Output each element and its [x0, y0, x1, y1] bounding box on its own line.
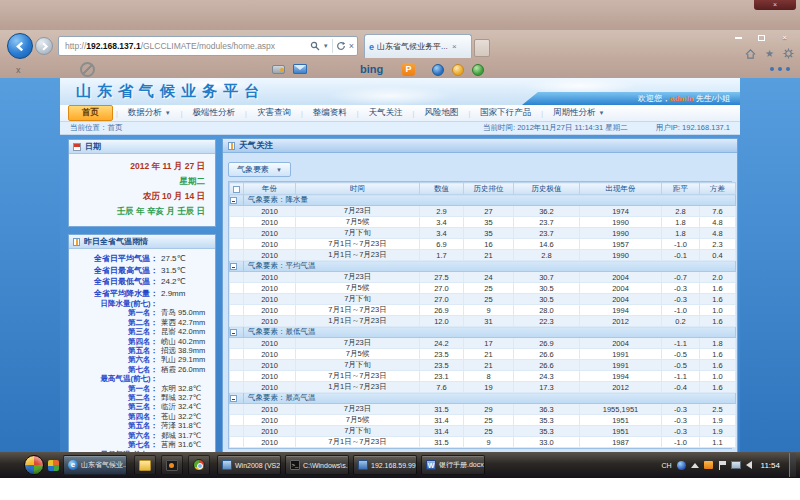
calendar-body: 2012 年 11 月 27 日 星期二 农历 10 月 14 日 壬辰 年 辛…: [69, 154, 215, 226]
favorites-star-icon[interactable]: ★: [765, 48, 774, 59]
mail-icon[interactable]: [293, 64, 307, 74]
table-row[interactable]: 20101月1日～7月23日1.7212.81990-0.10.4: [230, 250, 736, 261]
yesterday-panel: 昨日全省气温雨情 全省日平均气温：27.5℃全省日最高气温：31.5℃全省日最低…: [68, 234, 216, 452]
table-row[interactable]: 20101月1日～7月23日12.03122.320120.21.6: [230, 316, 736, 327]
table-row[interactable]: 20107月下旬31.42535.31951-0.31.9: [230, 426, 736, 437]
app-task-button[interactable]: [161, 455, 183, 475]
table-row[interactable]: 20101月1日～7月23日7.61917.32012-0.41.6: [230, 382, 736, 393]
tray-ball-icon[interactable]: [677, 461, 686, 470]
nav-item-1[interactable]: 数据分析▼: [119, 106, 180, 120]
tray-volume-icon[interactable]: [746, 461, 752, 469]
group-header-row[interactable]: 气象要素：降水量: [230, 195, 736, 206]
nav-item-0[interactable]: 首页: [68, 105, 113, 121]
collapse-icon[interactable]: [230, 395, 237, 402]
group-header-row[interactable]: 气象要素：最高气温: [230, 393, 736, 404]
community-icon[interactable]: [472, 64, 484, 76]
table-row[interactable]: 20107月5候31.42535.31951-0.31.9: [230, 415, 736, 426]
table-row[interactable]: 20107月23日24.21726.92004-1.11.8: [230, 338, 736, 349]
task-button-3[interactable]: W银行手册.docx ...: [421, 455, 485, 475]
search-icon[interactable]: [310, 41, 320, 51]
table-row[interactable]: 20107月1日～7月23日26.9928.01994-1.01.0: [230, 305, 736, 316]
ie-task-button[interactable]: e 山东省气候业...: [63, 455, 127, 475]
start-orb[interactable]: [24, 455, 44, 475]
forward-button[interactable]: [35, 37, 53, 55]
explorer-task-button[interactable]: [134, 455, 156, 475]
table-cell: 1.1: [700, 437, 736, 448]
table-cell: -0.3: [662, 426, 700, 437]
table-row[interactable]: 20107月下旬23.52126.61991-0.51.6: [230, 360, 736, 371]
group-header-row[interactable]: 气象要素：平均气温: [230, 261, 736, 272]
rank-row: 第六名：乳山 29.1mm: [72, 355, 212, 364]
rank-value: 栖霞 26.0mm: [161, 365, 205, 374]
nav-item-5[interactable]: 天气关注: [360, 106, 412, 120]
address-bar[interactable]: http://192.168.137.1/GLCCLIMATE/modules/…: [58, 36, 358, 56]
group-label-cell: 气象要素：最高气温: [244, 393, 736, 404]
select-all-box[interactable]: [233, 186, 240, 193]
browser-circle-icon: [193, 459, 205, 471]
new-tab-button[interactable]: [474, 39, 490, 57]
task-button-2[interactable]: 192.168.59.99...: [353, 455, 417, 475]
bing-badge-icon[interactable]: P: [402, 63, 415, 76]
breadcrumb[interactable]: 当前位置：首页: [70, 123, 123, 133]
minimize-button[interactable]: [731, 32, 746, 43]
nav-item-7[interactable]: 国家下行产品: [471, 106, 540, 120]
more-addons-dots[interactable]: [770, 67, 790, 71]
table-row[interactable]: 20107月5候23.52126.61991-0.51.6: [230, 349, 736, 360]
browser-task-button[interactable]: [188, 455, 210, 475]
collapse-icon[interactable]: [230, 197, 237, 204]
close-bar-icon[interactable]: x: [16, 65, 21, 75]
gadget-icon[interactable]: [48, 460, 59, 471]
taskbar-clock[interactable]: 11:54: [757, 461, 784, 470]
table-row[interactable]: 20107月1日～7月23日6.91614.61957-1.02.3: [230, 239, 736, 250]
table-row[interactable]: 20107月5候27.02530.52004-0.31.6: [230, 283, 736, 294]
table-cell: 2012: [580, 316, 662, 327]
host-close-button[interactable]: ×: [754, 0, 796, 10]
nav-item-3[interactable]: 灾害查询: [248, 106, 300, 120]
tray-network-icon[interactable]: [731, 461, 741, 469]
table-row[interactable]: 20107月1日～7月23日23.1824.31994-1.11.0: [230, 371, 736, 382]
home-icon[interactable]: [745, 49, 756, 59]
tab-close-icon[interactable]: ×: [452, 42, 457, 51]
nav-item-6[interactable]: 风险地图: [415, 106, 467, 120]
table-cell: 2.3: [700, 239, 736, 250]
group-header-row[interactable]: 气象要素：最低气温: [230, 327, 736, 338]
language-indicator[interactable]: CH: [661, 462, 671, 469]
tray-flag-icon[interactable]: [718, 461, 726, 470]
close-button[interactable]: ×: [777, 32, 792, 43]
table-cell: 1.6: [700, 360, 736, 371]
table-row[interactable]: 20107月23日2.92736.219742.87.6: [230, 206, 736, 217]
collapse-icon[interactable]: [230, 263, 237, 270]
refresh-icon[interactable]: [336, 41, 346, 51]
nav-item-4[interactable]: 整编资料: [304, 106, 356, 120]
table-cell: 1991: [580, 360, 662, 371]
task-button-1[interactable]: >_C:\Windows\s...: [285, 455, 349, 475]
tray-orange-icon[interactable]: [704, 461, 713, 469]
nav-item-2[interactable]: 极端性分析: [184, 106, 245, 120]
media-icon[interactable]: [432, 64, 444, 76]
table-row[interactable]: 20107月5候3.43523.719901.84.8: [230, 217, 736, 228]
sparkle-icon[interactable]: [452, 64, 464, 76]
stop-icon[interactable]: ×: [349, 41, 354, 51]
element-filter-button[interactable]: 气象要素 ▼: [228, 162, 291, 177]
task-button-0[interactable]: Win2008 (VS2...: [217, 455, 281, 475]
bing-logo[interactable]: bing: [360, 63, 383, 75]
table-cell: 1月1日～7月23日: [296, 316, 420, 327]
task-button-label: 银行手册.docx ...: [439, 460, 485, 470]
table-row[interactable]: 20107月下旬3.43523.719901.84.8: [230, 228, 736, 239]
blocked-icon[interactable]: [80, 62, 95, 77]
table-row[interactable]: 20107月1日～7月23日31.5933.01987-1.01.1: [230, 437, 736, 448]
back-button[interactable]: [7, 33, 33, 59]
table-row[interactable]: 20107月23日27.52430.72004-0.72.0: [230, 272, 736, 283]
table-cell: 1957: [580, 239, 662, 250]
browser-tab[interactable]: e 山东省气候业务平... ×: [364, 34, 472, 58]
table-row[interactable]: 20107月23日31.52936.31955,1951-0.32.5: [230, 404, 736, 415]
table-row[interactable]: 20107月下旬27.02530.52004-0.31.6: [230, 294, 736, 305]
tools-gear-icon[interactable]: [783, 48, 794, 59]
collapse-icon[interactable]: [230, 329, 237, 336]
maximize-button[interactable]: [754, 32, 769, 43]
search-dropdown-icon[interactable]: ▼: [323, 43, 329, 49]
nav-item-8[interactable]: 周期性分析▼: [544, 106, 613, 120]
wallet-icon[interactable]: [272, 65, 285, 74]
tray-expand-icon[interactable]: [691, 463, 699, 468]
show-desktop-button[interactable]: [789, 453, 796, 477]
